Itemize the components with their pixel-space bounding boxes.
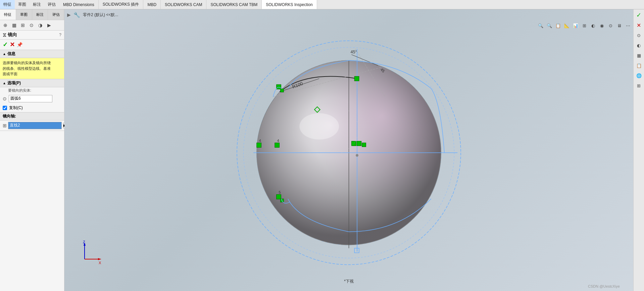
handle-bottom[interactable] — [354, 248, 359, 253]
info-section: ▲ 信息 选择要镜向的实体及镜向所绕的线条、线性模型边线、基准面或平面 — [0, 50, 64, 79]
main-svg: R100 45° 45 4 4 — [64, 31, 633, 291]
svg-point-19 — [299, 113, 339, 139]
axis-input-row: ⊞ ▶ — [0, 120, 64, 131]
panel-tab-caotu[interactable]: 草图 — [16, 9, 32, 20]
viewport: ▶ 🔧 零件2 (默认) <<默... 🔍 🔍 📋 📐 📊 ⊞ ◐ ◉ ⊙ 🖥 … — [64, 9, 644, 291]
handle-p5a[interactable] — [277, 195, 281, 199]
menu-item-sw-plugin[interactable]: SOLIDWORKS 插件 — [99, 0, 144, 9]
axis-input[interactable] — [8, 122, 62, 129]
svg-marker-23 — [98, 258, 101, 260]
axis-icon: ⊞ — [3, 123, 7, 128]
help-icon[interactable]: ? — [59, 33, 61, 37]
entity-input[interactable] — [9, 95, 52, 102]
info-section-header[interactable]: ▲ 信息 — [0, 50, 64, 58]
mirror-icon: ⧖ — [3, 32, 6, 38]
options-section: ▲ 选项(P) 要镜向的实体: ⊙ 复制(C) — [0, 79, 64, 112]
right-btn-2[interactable]: ◐ — [635, 41, 643, 50]
handle-center-1[interactable] — [351, 141, 356, 146]
axis-section: 镜向轴: ⊞ ▶ — [0, 112, 64, 131]
nav-icon: 🔧 — [73, 12, 80, 18]
right-btn-4[interactable]: 📋 — [635, 61, 643, 70]
accept-button[interactable]: ✓ — [3, 41, 8, 48]
angle-label-1: 45° — [350, 49, 357, 54]
handle-p4a[interactable] — [257, 143, 261, 148]
view-btn8[interactable]: 🖥 — [615, 21, 623, 30]
svg-text:Z: Z — [83, 241, 85, 244]
breadcrumb: 零件2 (默认) <<默... — [83, 12, 118, 18]
panel-tab-tezheng[interactable]: 特征 — [0, 9, 16, 20]
menu-item-biaozhu[interactable]: 标注 — [30, 0, 44, 9]
view-btn4[interactable]: ⊞ — [580, 21, 588, 30]
menu-item-pinggu[interactable]: 评估 — [44, 0, 59, 9]
panel-icon-2[interactable]: ▦ — [10, 21, 18, 29]
panel-icon-3[interactable]: ⊞ — [19, 21, 27, 29]
menu-item-sw-inspection[interactable]: SOLIDWORKS Inspection — [262, 0, 317, 9]
label-p5a: 5 — [279, 190, 281, 194]
info-header-label: 信息 — [7, 51, 15, 57]
view-btn1[interactable]: 📋 — [554, 21, 562, 30]
left-panel: 特征 草图 标注 评估 ⊕ ▦ ⊞ ⊙ ◑ ▶ ⧖ 镜向 ? ✓ ✕ 📌 ▲ 信… — [0, 9, 64, 291]
copy-checkbox[interactable] — [3, 106, 7, 110]
label-p4b: 4 — [277, 139, 279, 143]
right-btn-3[interactable]: ▦ — [635, 51, 643, 60]
pin-button[interactable]: 📌 — [17, 42, 22, 47]
svg-point-15 — [356, 154, 358, 157]
view-label: *下视 — [64, 279, 633, 284]
viewport-titlebar: ▶ 🔧 零件2 (默认) <<默... — [64, 9, 644, 20]
info-text: 选择要镜向的实体及镜向所绕的线条、线性模型边线、基准面或平面 — [0, 58, 64, 79]
right-btn-reject[interactable]: ✕ — [635, 21, 643, 30]
entity-icon: ⊙ — [3, 96, 7, 101]
nav-back-arrow[interactable]: ▶ — [67, 12, 71, 17]
view-btn5[interactable]: ◐ — [589, 21, 597, 30]
panel-icon-arrow[interactable]: ▶ — [45, 21, 53, 29]
axis-section-header[interactable]: 镜向轴: — [0, 112, 64, 120]
panel-icon-1[interactable]: ⊕ — [1, 21, 9, 29]
copy-row: 复制(C) — [0, 104, 64, 112]
handle-top[interactable] — [354, 76, 359, 81]
right-btn-5[interactable]: 🌐 — [635, 71, 643, 80]
mirror-title-text: 镜向 — [8, 32, 17, 38]
label-p4a: 4 — [259, 139, 261, 143]
panel-icon-5[interactable]: ◑ — [36, 21, 44, 29]
axis-header-label: 镜向轴: — [3, 113, 16, 119]
mirror-title: ⧖ 镜向 ? — [0, 31, 64, 40]
handle-left-top[interactable] — [277, 85, 281, 89]
canvas-area: R100 45° 45 4 4 — [64, 31, 633, 291]
panel-icon-4[interactable]: ⊙ — [28, 21, 36, 29]
view-btn9[interactable]: ⋯ — [624, 21, 632, 30]
menu-item-tezheng[interactable]: 特征 — [0, 0, 15, 9]
view-btn2[interactable]: 📐 — [563, 21, 571, 30]
menu-item-sw-cam[interactable]: SOLIDWORKS CAM — [161, 0, 206, 9]
menu-item-mbd[interactable]: MBD — [143, 0, 161, 9]
right-toolbar: ✓ ✕ ⊙ ◐ ▦ 📋 🌐 ⊞ — [633, 9, 644, 291]
menu-item-sw-cam-tbm[interactable]: SOLIDWORKS CAM TBM — [206, 0, 262, 9]
panel-tab-pinggu[interactable]: 评估 — [48, 9, 64, 20]
viewport-top-toolbar: 🔍 🔍 📋 📐 📊 ⊞ ◐ ◉ ⊙ 🖥 ⋯ — [64, 20, 633, 31]
options-collapse-icon: ▲ — [3, 81, 6, 85]
coord-axis: Z X — [78, 241, 101, 264]
view-btn7[interactable]: ⊙ — [606, 21, 614, 30]
svg-rect-14 — [280, 89, 284, 92]
right-btn-accept[interactable]: ✓ — [635, 11, 643, 19]
right-btn-1[interactable]: ⊙ — [635, 31, 643, 40]
info-collapse-icon: ▲ — [3, 52, 6, 56]
handle-p4b[interactable] — [275, 143, 280, 148]
reject-button[interactable]: ✕ — [10, 41, 15, 48]
handle-center-2[interactable] — [357, 141, 361, 146]
panel-tab-biaozhu[interactable]: 标注 — [32, 9, 48, 20]
menu-item-caotu[interactable]: 草图 — [15, 0, 30, 9]
search-btn[interactable]: 🔍 — [537, 21, 545, 30]
search-btn2[interactable]: 🔍 — [545, 21, 553, 30]
menu-item-mbd-dim[interactable]: MBD Dimensions — [59, 0, 99, 9]
panel-icons: ⊕ ▦ ⊞ ⊙ ◑ ▶ — [0, 20, 64, 31]
menu-bar: 特征 草图 标注 评估 MBD Dimensions SOLIDWORKS 插件… — [0, 0, 644, 9]
panel-tabs: 特征 草图 标注 评估 — [0, 9, 64, 20]
options-section-header[interactable]: ▲ 选项(P) — [0, 79, 64, 87]
view-btn6[interactable]: ◉ — [598, 21, 606, 30]
handle-center-3[interactable] — [362, 143, 366, 147]
entity-label: 要镜向的实体: — [0, 87, 64, 94]
accept-reject: ✓ ✕ 📌 — [0, 40, 64, 50]
right-btn-6[interactable]: ⊞ — [635, 81, 643, 90]
options-header-label: 选项(P) — [7, 80, 21, 86]
view-btn3[interactable]: 📊 — [572, 21, 580, 30]
